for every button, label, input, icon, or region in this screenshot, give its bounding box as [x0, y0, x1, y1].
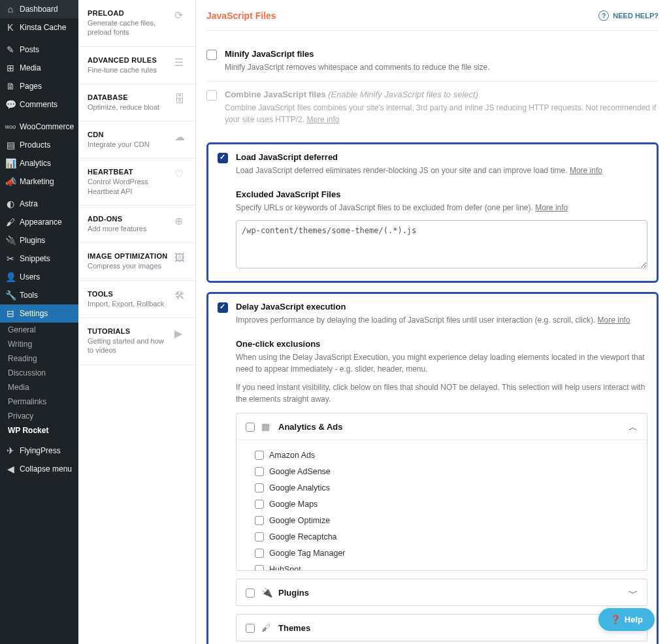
accordion-checkbox[interactable] — [246, 624, 255, 633]
sidebar-sub-reading[interactable]: Reading — [0, 351, 78, 366]
more-info-link[interactable]: More info — [535, 203, 568, 212]
delay-js-title: Delay JavaScript execution — [236, 302, 647, 312]
sidebar-sub-discussion[interactable]: Discussion — [0, 366, 78, 380]
more-info-link[interactable]: More info — [306, 115, 339, 124]
sidebar-item-analytics[interactable]: 📊Analytics — [0, 154, 78, 172]
sidebar-item-collapse[interactable]: ◀Collapse menu — [0, 460, 78, 478]
sidebar-item-label: Astra — [20, 199, 38, 208]
sidebar-item-plugins[interactable]: 🔌Plugins — [0, 231, 78, 250]
minify-js-title: Minify JavaScript files — [225, 49, 659, 59]
need-help-label: NEED HELP? — [613, 12, 659, 20]
sidebar-item-pages[interactable]: 🗎Pages — [0, 77, 78, 95]
exclusion-checkbox[interactable] — [255, 483, 264, 492]
tab-desc: Integrate your CDN — [88, 140, 169, 149]
flyingpress-icon: ✈ — [5, 445, 16, 456]
sidebar-item-settings[interactable]: ⊟Settings — [0, 304, 78, 323]
settings-tab-heartbeat[interactable]: HEARTBEATControl WordPress Heartbeat API… — [78, 159, 195, 206]
tab-desc: Generate cache files, preload fonts — [88, 18, 169, 37]
sidebar-item-dashboard[interactable]: ⌂Dashboard — [0, 0, 78, 18]
exclusion-label: Google Recaptcha — [269, 532, 337, 541]
tab-desc: Control WordPress Heartbeat API — [88, 177, 169, 196]
settings-tab-preload[interactable]: PRELOADGenerate cache files, preload fon… — [78, 0, 195, 47]
sidebar-sub-media[interactable]: Media — [0, 380, 78, 394]
exclusion-checkbox[interactable] — [255, 451, 264, 460]
chevron-down-icon: ﹀ — [628, 588, 638, 597]
help-beacon-button[interactable]: ❓ Help — [598, 608, 655, 631]
more-info-link[interactable]: More info — [570, 166, 602, 175]
more-info-link[interactable]: More info — [598, 315, 630, 325]
sidebar-item-snippets[interactable]: ✂Snippets — [0, 250, 78, 268]
sidebar-item-woocommerce[interactable]: wooWooCommerce — [0, 118, 78, 136]
settings-tab-cdn[interactable]: CDNIntegrate your CDN☁ — [78, 121, 195, 159]
sidebar-item-label: Media — [20, 63, 41, 72]
tab-icon: ☰ — [174, 56, 186, 68]
sidebar-sub-writing[interactable]: Writing — [0, 337, 78, 351]
sidebar-item-label: Collapse menu — [20, 464, 72, 474]
sidebar-item-flyingpress[interactable]: ✈FlyingPress — [0, 442, 78, 460]
accordion-themes: 🖌 Themes ﹀ — [236, 614, 647, 641]
accordion-title: Analytics & Ads — [278, 422, 622, 432]
tab-desc: Add more features — [88, 224, 169, 233]
sidebar-item-comments[interactable]: 💬Comments — [0, 95, 78, 114]
sidebar-item-label: Kinsta Cache — [20, 23, 66, 32]
exclusion-label: Google Analytics — [269, 483, 330, 492]
accordion-checkbox[interactable] — [246, 423, 255, 432]
tab-desc: Compress your images — [88, 261, 169, 270]
delay-js-checkbox[interactable] — [218, 302, 228, 313]
minify-js-checkbox[interactable] — [206, 50, 217, 60]
sidebar-item-media[interactable]: ⊞Media — [0, 59, 78, 77]
settings-tab-add-ons[interactable]: ADD-ONSAdd more features⊕ — [78, 206, 195, 243]
exclusion-item: Amazon Ads — [255, 447, 638, 463]
tab-icon: ⟳ — [174, 9, 186, 21]
page-icon: 🗎 — [5, 81, 16, 91]
tab-title: CDN — [88, 131, 169, 138]
comment-icon: 💬 — [5, 99, 16, 110]
sidebar-sub-privacy[interactable]: Privacy — [0, 409, 78, 423]
sidebar-item-astra[interactable]: ◐Astra — [0, 195, 78, 213]
sidebar-item-users[interactable]: 👤Users — [0, 268, 78, 286]
tab-icon: ♡ — [174, 168, 186, 180]
sidebar-item-posts[interactable]: ✎Posts — [0, 40, 78, 59]
accordion-header[interactable]: 🖌 Themes ﹀ — [237, 615, 647, 641]
plugins-category-icon: 🔌 — [261, 587, 272, 598]
settings-tab-tutorials[interactable]: TUTORIALSGetting started and how to vide… — [78, 318, 195, 365]
tab-icon: ☁ — [174, 131, 186, 142]
sidebar-sub-general[interactable]: General — [0, 323, 78, 337]
exclusion-checkbox[interactable] — [255, 532, 264, 541]
sidebar-item-label: Dashboard — [20, 5, 58, 14]
collapse-icon: ◀ — [5, 464, 16, 474]
sidebar-item-products[interactable]: ▤Products — [0, 136, 78, 154]
sidebar-sub-permalinks[interactable]: Permalinks — [0, 394, 78, 409]
sidebar-item-label: Appearance — [20, 217, 62, 227]
defer-js-checkbox[interactable] — [218, 153, 228, 163]
sidebar-sub-wp-rocket[interactable]: WP Rocket — [0, 423, 78, 438]
settings-tab-tools[interactable]: TOOLSImport, Export, Rollback🛠 — [78, 281, 195, 318]
accordion-header[interactable]: ▦ Analytics & Ads ︿ — [237, 413, 647, 440]
exclusion-checkbox[interactable] — [255, 467, 264, 476]
sidebar-item-tools[interactable]: 🔧Tools — [0, 286, 78, 304]
tab-icon: 🗄 — [174, 93, 186, 105]
exclusion-checkbox[interactable] — [255, 500, 264, 509]
exclusion-checkbox[interactable] — [255, 516, 264, 525]
need-help-link[interactable]: ? NEED HELP? — [598, 10, 659, 21]
accordion-checkbox[interactable] — [246, 588, 255, 598]
help-icon: ? — [598, 10, 609, 21]
sidebar-item-marketing[interactable]: 📣Marketing — [0, 172, 78, 191]
tab-title: HEARTBEAT — [88, 168, 169, 176]
exclusion-label: Google Maps — [269, 500, 318, 509]
settings-tab-database[interactable]: DATABASEOptimize, reduce bloat🗄 — [78, 84, 195, 121]
sidebar-item-appearance[interactable]: 🖌Appearance — [0, 213, 78, 231]
accordion-analytics-ads: ▦ Analytics & Ads ︿ Amazon AdsGoogle AdS… — [236, 413, 647, 571]
pin-icon: ✎ — [5, 44, 16, 55]
defer-excluded-textarea[interactable] — [236, 220, 647, 268]
exclusion-checkbox[interactable] — [255, 549, 264, 558]
snippets-icon: ✂ — [5, 253, 16, 264]
sidebar-item-kinsta-cache[interactable]: KKinsta Cache — [0, 18, 78, 37]
settings-tab-image-optimization[interactable]: IMAGE OPTIMIZATIONCompress your images🖼 — [78, 243, 195, 280]
sidebar-item-label: Users — [20, 272, 40, 282]
accordion-header[interactable]: 🔌 Plugins ﹀ — [237, 579, 647, 605]
settings-tab-advanced-rules[interactable]: ADVANCED RULESFine-tune cache rules☰ — [78, 47, 195, 84]
tab-title: ADD-ONS — [88, 215, 169, 223]
sidebar-item-label: Settings — [20, 309, 48, 318]
exclusion-checkbox[interactable] — [255, 565, 264, 570]
